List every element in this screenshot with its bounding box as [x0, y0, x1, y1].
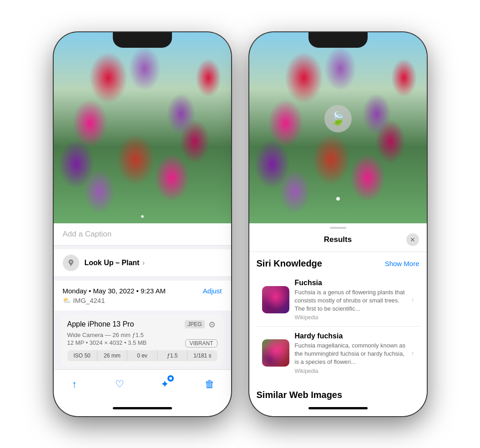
caption-area[interactable]: Add a Caption: [54, 223, 231, 246]
chevron-right-icon: ›: [411, 296, 414, 304]
cloud-icon: ⛅: [63, 297, 71, 304]
lookup-row[interactable]: Look Up – Plant ›: [54, 249, 231, 277]
delete-button[interactable]: 🗑: [202, 377, 217, 392]
close-button[interactable]: ✕: [406, 233, 419, 246]
home-bar: [113, 407, 172, 409]
mp-detail: 12 MP • 3024 × 4032 • 3.5 MB: [67, 339, 147, 346]
lookup-text[interactable]: Look Up – Plant ›: [85, 259, 145, 267]
bottom-toolbar: ↑ ♡ ✦ 🗑: [54, 369, 231, 401]
adjust-button[interactable]: Adjust: [203, 287, 222, 295]
results-title: Results: [324, 235, 352, 244]
home-indicator-right: [249, 401, 427, 416]
hardy-desc: Fuchsia magellanica, commonly known as t…: [295, 342, 406, 367]
filename: IMG_4241: [73, 297, 105, 304]
heart-icon: ♡: [115, 378, 124, 390]
left-phone: Add a Caption Look Up – Plant › Monday •…: [54, 32, 231, 416]
flower-image: [54, 32, 231, 223]
fuchsia-name: Fuchsia: [295, 279, 406, 287]
close-icon: ✕: [410, 236, 415, 243]
date-text: Monday • May 30, 2022 • 9:23 AM: [63, 287, 166, 295]
info-button[interactable]: ✦: [157, 377, 172, 392]
knowledge-card: Fuchsia Fuchsia is a genus of flowering …: [257, 273, 419, 380]
similar-section: Similar Web Images: [249, 383, 427, 401]
notch: [113, 32, 172, 48]
knowledge-item-hardy[interactable]: Hardy fuchsia Fuchsia magellanica, commo…: [257, 326, 419, 380]
fuchsia-desc: Fuchsia is a genus of flowering plants t…: [295, 288, 406, 313]
settings-icon[interactable]: ⚙: [208, 320, 217, 329]
spec-focal: 26 mm: [97, 350, 127, 361]
chevron-right-icon-2: ›: [411, 349, 414, 357]
tech-specs: ISO 50 26 mm 0 ev ƒ1.5 1/181 s: [67, 350, 217, 361]
spec-iso: ISO 50: [67, 350, 97, 361]
results-panel: Results ✕ Siri Knowledge Show More: [249, 223, 427, 401]
fuchsia-source: Wikipedia: [295, 314, 406, 321]
notch-right: [308, 32, 368, 48]
fuchsia-thumbnail: [262, 286, 289, 313]
share-icon: ↑: [72, 378, 77, 390]
camera-section: Apple iPhone 13 Pro JPEG ⚙ Wide Camera —…: [61, 314, 224, 367]
spec-shutter: 1/181 s: [187, 350, 217, 361]
siri-knowledge-header: Siri Knowledge Show More: [249, 252, 427, 273]
spec-aperture: ƒ1.5: [157, 350, 187, 361]
right-phone: 🍃 Results ✕ Siri Knowledge Show More: [249, 32, 427, 416]
home-bar-right: [308, 407, 368, 409]
visual-lookup-button[interactable]: 🍃: [324, 105, 352, 132]
visual-dot: [336, 197, 340, 201]
camera-detail: Wide Camera — 26 mm ƒ1.5: [67, 332, 217, 338]
knowledge-item-fuchsia[interactable]: Fuchsia Fuchsia is a genus of flowering …: [257, 273, 419, 327]
hardy-thumbnail: [262, 339, 289, 367]
info-badge: [167, 375, 174, 382]
hardy-name: Hardy fuchsia: [295, 332, 406, 340]
leaf-icon: 🍃: [330, 111, 346, 126]
spec-ev: 0 ev: [127, 350, 157, 361]
show-more-button[interactable]: Show More: [385, 260, 419, 267]
fuchsia-info: Fuchsia Fuchsia is a genus of flowering …: [295, 279, 406, 321]
panel-handle[interactable]: [330, 227, 346, 229]
camera-name: Apple iPhone 13 Pro: [67, 320, 134, 328]
lookup-icon: [63, 255, 79, 271]
results-header: Results ✕: [249, 231, 427, 252]
trash-icon: 🗑: [205, 378, 215, 390]
svg-point-0: [70, 261, 71, 262]
siri-knowledge-title: Siri Knowledge: [257, 258, 322, 269]
hardy-source: Wikipedia: [295, 368, 406, 374]
similar-title: Similar Web Images: [257, 390, 419, 400]
home-indicator: [54, 401, 231, 416]
flower-image-right: 🍃: [249, 32, 427, 223]
vibrant-badge: VIBRANT: [185, 339, 217, 347]
share-button[interactable]: ↑: [67, 377, 82, 392]
favorite-button[interactable]: ♡: [112, 377, 127, 392]
hardy-info: Hardy fuchsia Fuchsia magellanica, commo…: [295, 332, 406, 374]
caption-placeholder[interactable]: Add a Caption: [63, 230, 112, 238]
results-body: Siri Knowledge Show More Fuchsia Fuchsia…: [249, 252, 427, 401]
info-section: Monday • May 30, 2022 • 9:23 AM Adjust ⛅…: [54, 281, 231, 311]
dot-indicator: [141, 215, 144, 218]
jpeg-badge: JPEG: [185, 320, 204, 328]
